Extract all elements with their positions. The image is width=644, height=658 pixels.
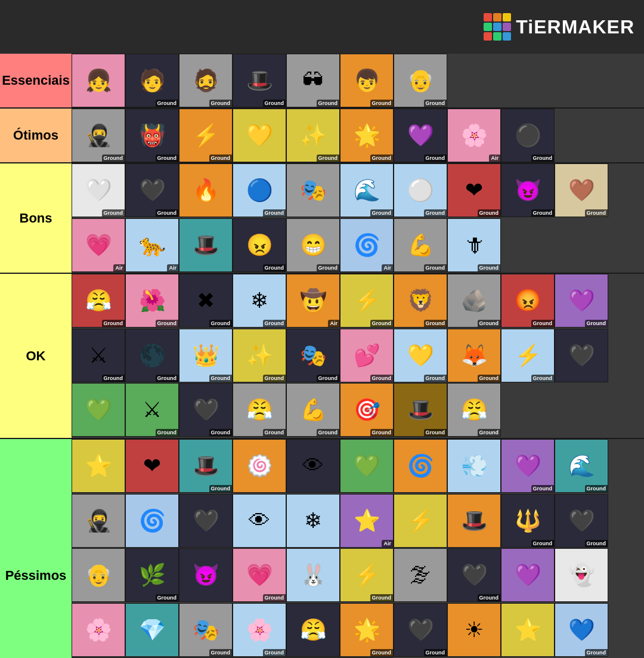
char-cell-o7: 💜Ground — [394, 109, 447, 162]
char-badge: Ground — [102, 375, 125, 382]
char-badge: Air — [382, 540, 393, 547]
char-cell-p6: 💚 — [340, 439, 394, 493]
char-badge: Ground — [317, 264, 340, 271]
char-cell-ok3: ✖Ground — [179, 274, 233, 328]
char-cell-ok11: ⚔Ground — [72, 329, 125, 382]
char-cell-b17: 💪Ground — [394, 218, 447, 272]
char-cell-ok4: ❄Ground — [233, 274, 286, 328]
char-cell-o9: ⚫Ground — [501, 109, 555, 162]
char-cell-p13: 🖤 — [179, 494, 233, 548]
char-badge: Ground — [478, 264, 501, 271]
char-cell-p32: 💎 — [125, 603, 179, 657]
char-cell-b14: 😠Ground — [233, 218, 286, 272]
char-badge: Ground — [263, 375, 286, 382]
char-badge: Ground — [156, 375, 179, 382]
char-badge: Ground — [585, 649, 608, 656]
char-cell-e4: 🎩Ground — [233, 54, 286, 107]
char-cell-b10: 🤎Ground — [555, 163, 608, 217]
char-badge: Ground — [102, 155, 125, 162]
char-badge: Ground — [317, 100, 340, 107]
char-badge: Ground — [156, 100, 179, 107]
char-badge: Ground — [531, 155, 555, 162]
tiermaker-title: TiERMAKER — [516, 16, 634, 38]
char-cell-p7: 🌀 — [394, 439, 447, 493]
char-badge: Ground — [102, 320, 125, 327]
char-badge: Ground — [156, 429, 179, 436]
tier-content-essenciais: 👧🧑Ground🧔Ground🎩Ground🕶Ground👦Ground👴Gro… — [72, 54, 644, 107]
char-cell-p27: 🌫 — [394, 548, 447, 602]
char-badge: Ground — [424, 155, 447, 162]
char-cell-ok22: ⚔Ground — [125, 383, 179, 437]
char-cell-o3: ⚡Ground — [179, 109, 233, 162]
char-badge: Ground — [156, 594, 179, 601]
char-badge: Ground — [263, 209, 286, 217]
char-badge: Ground — [370, 375, 394, 382]
char-badge: Ground — [370, 209, 394, 217]
char-badge: Ground — [263, 594, 286, 601]
char-badge: Ground — [585, 540, 608, 547]
char-cell-ok5: 🤠Air — [286, 274, 340, 328]
char-cell-ok7: 🦁Ground — [394, 274, 447, 328]
char-cell-p20: 🖤Ground — [555, 494, 608, 548]
char-cell-p14: 👁 — [233, 494, 286, 548]
char-badge: Ground — [585, 485, 608, 492]
char-badge: Ground — [478, 375, 501, 382]
char-cell-ok6: ⚡Ground — [340, 274, 394, 328]
char-cell-ok21: 💚 — [72, 383, 125, 437]
tier-content-bons: 🤍Ground🖤Ground🔥🔵Ground🎭🌊Ground⚪Ground❤Gr… — [72, 163, 644, 273]
char-cell-b4: 🔵Ground — [233, 163, 286, 217]
char-badge: Ground — [424, 100, 447, 107]
char-cell-p28: 🖤Ground — [447, 548, 501, 602]
char-badge: Ground — [156, 320, 179, 327]
char-badge: Ground — [424, 375, 447, 382]
char-badge: Air — [489, 155, 500, 162]
char-badge: Ground — [370, 649, 394, 656]
char-cell-ok15: 🎭Ground — [286, 329, 340, 382]
char-cell-p22: 🌿Ground — [125, 548, 179, 602]
char-cell-p26: ⚡Ground — [340, 548, 394, 602]
char-badge: Ground — [209, 649, 233, 656]
char-badge: Air — [382, 264, 393, 271]
char-badge: Ground — [424, 264, 447, 271]
char-cell-ok10: 💜Ground — [555, 274, 608, 328]
char-cell-o1: 🥷Ground — [72, 109, 125, 162]
char-cell-ok24: 😤Ground — [233, 383, 286, 437]
char-cell-p38: ☀ — [447, 603, 501, 657]
char-badge: Ground — [478, 320, 501, 327]
char-badge: Ground — [531, 320, 555, 327]
char-cell-ok16: 💕Ground — [340, 329, 394, 382]
char-cell-p8: 💨 — [447, 439, 501, 493]
tier-row-essenciais: Essenciais 👧🧑Ground🧔Ground🎩Ground🕶Ground… — [0, 54, 644, 109]
char-cell-o5: ✨Ground — [286, 109, 340, 162]
char-badge: Ground — [531, 209, 555, 217]
char-badge: Ground — [209, 375, 233, 382]
char-cell-ok13: 👑Ground — [179, 329, 233, 382]
char-cell-p33: 🎭Ground — [179, 603, 233, 657]
char-badge: Ground — [209, 155, 233, 162]
char-cell-p39: ⭐ — [501, 603, 555, 657]
char-badge: Air — [167, 264, 178, 271]
char-cell-b13: 🎩 — [179, 218, 233, 272]
char-cell-p17: ⚡ — [394, 494, 447, 548]
tier-row-otimos: Ótimos 🥷Ground👹Ground⚡Ground💛✨Ground🌟Gro… — [0, 109, 644, 163]
char-badge: Ground — [585, 320, 608, 327]
char-cell-o4: 💛 — [233, 109, 286, 162]
char-cell-p30: 👻 — [555, 548, 608, 602]
char-cell-o2: 👹Ground — [125, 109, 179, 162]
char-badge: Ground — [424, 209, 447, 217]
char-cell-p3: 🎩Ground — [179, 439, 233, 493]
char-cell-p24: 💗Ground — [233, 548, 286, 602]
char-badge: Ground — [209, 320, 233, 327]
tiermaker-logo: TiERMAKER — [484, 13, 634, 41]
char-cell-p11: 🥷 — [72, 494, 125, 548]
char-cell-b2: 🖤Ground — [125, 163, 179, 217]
char-cell-b1: 🤍Ground — [72, 163, 125, 217]
char-badge: Ground — [209, 485, 233, 492]
char-cell-p23: 😈 — [179, 548, 233, 602]
char-cell-p29: 💜 — [501, 548, 555, 602]
char-cell-ok9: 😡Ground — [501, 274, 555, 328]
char-cell-p37: 🖤Ground — [394, 603, 447, 657]
char-badge: Ground — [370, 100, 394, 107]
char-cell-ok25: 💪Ground — [286, 383, 340, 437]
char-cell-ok26: 🎯Ground — [340, 383, 394, 437]
